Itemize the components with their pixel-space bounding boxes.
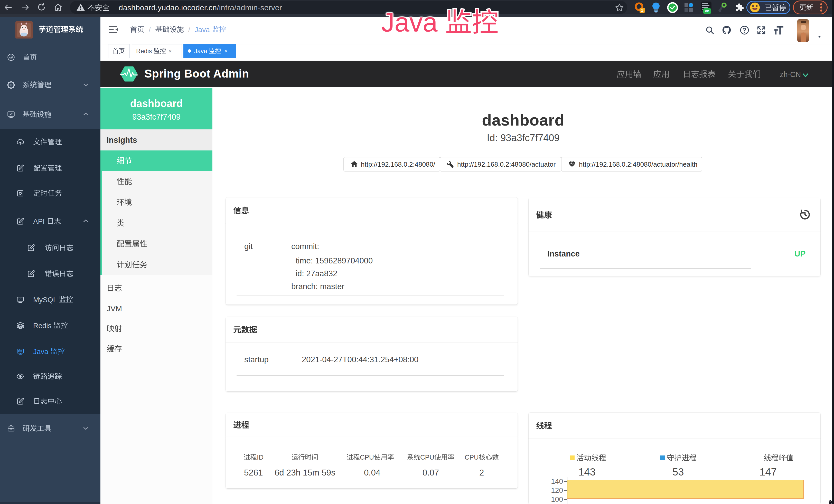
svg-text:on: on bbox=[705, 9, 709, 13]
svg-text:1: 1 bbox=[641, 8, 643, 13]
